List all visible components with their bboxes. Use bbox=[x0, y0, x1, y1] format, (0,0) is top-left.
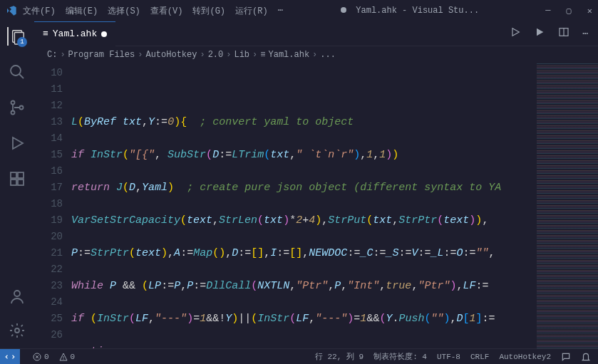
tab-doc-icon: ≡ bbox=[43, 28, 48, 39]
indent-status[interactable]: 制表符长度: 4 bbox=[373, 351, 427, 362]
svg-marker-15 bbox=[537, 28, 543, 36]
close-button[interactable]: ✕ bbox=[587, 6, 592, 16]
eol-status[interactable]: CRLF bbox=[470, 353, 489, 361]
code-editor[interactable]: L(ByRef txt,Y:=0){ ; convert yaml to obj… bbox=[71, 63, 598, 348]
window-title: Yaml.ahk - Visual Stu... bbox=[283, 6, 537, 16]
minimize-button[interactable]: ─ bbox=[545, 6, 550, 16]
account-icon[interactable] bbox=[8, 287, 26, 306]
svg-rect-8 bbox=[11, 172, 16, 178]
minimap[interactable] bbox=[537, 63, 598, 348]
explorer-icon[interactable]: 1 bbox=[7, 27, 26, 46]
svg-marker-7 bbox=[13, 137, 23, 149]
svg-point-13 bbox=[15, 328, 19, 333]
run-fill-icon[interactable] bbox=[534, 26, 545, 41]
menu-more[interactable]: ⋯ bbox=[278, 5, 283, 17]
editor-tabs: ≡ Yaml.ahk ⋯ bbox=[34, 21, 598, 46]
menu-run[interactable]: 运行(R) bbox=[235, 5, 268, 17]
extensions-icon[interactable] bbox=[8, 170, 26, 188]
remote-indicator-icon[interactable] bbox=[0, 349, 20, 365]
titlebar: 文件(F) 编辑(E) 选择(S) 查看(V) 转到(G) 运行(R) ⋯ Ya… bbox=[0, 0, 598, 21]
tab-dirty-icon bbox=[101, 31, 107, 37]
menu-go[interactable]: 转到(G) bbox=[192, 5, 225, 17]
feedback-icon[interactable] bbox=[561, 352, 571, 362]
svg-rect-10 bbox=[11, 180, 16, 185]
maximize-button[interactable]: ▢ bbox=[567, 6, 572, 16]
language-status[interactable]: AutoHotkey2 bbox=[499, 353, 551, 361]
statusbar: 0 0 行 22, 列 9 制表符长度: 4 UTF-8 CRLF AutoHo… bbox=[0, 348, 598, 364]
menu-file[interactable]: 文件(F) bbox=[23, 5, 56, 17]
svg-rect-9 bbox=[18, 172, 24, 178]
problems-warnings[interactable]: 0 bbox=[59, 353, 76, 361]
svg-line-3 bbox=[19, 74, 24, 78]
dirty-indicator-icon bbox=[341, 7, 346, 13]
svg-marker-14 bbox=[512, 28, 519, 36]
run-debug-icon[interactable] bbox=[8, 134, 26, 152]
menu-view[interactable]: 查看(V) bbox=[150, 5, 183, 17]
svg-point-22 bbox=[63, 358, 63, 359]
explorer-badge: 1 bbox=[17, 37, 27, 47]
tab-yaml-ahk[interactable]: ≡ Yaml.ahk bbox=[34, 21, 115, 46]
run-outline-icon[interactable] bbox=[510, 26, 521, 41]
problems-errors[interactable]: 0 bbox=[33, 353, 49, 361]
source-control-icon[interactable] bbox=[8, 98, 26, 117]
line-gutter: 1011121314151617181920212223242526 bbox=[34, 63, 71, 348]
breadcrumb[interactable]: C:› Program Files› AutoHotkey› 2.0› Lib›… bbox=[34, 46, 598, 63]
notifications-bell-icon[interactable] bbox=[581, 352, 591, 362]
encoding-status[interactable]: UTF-8 bbox=[437, 353, 460, 361]
svg-point-4 bbox=[11, 101, 15, 105]
more-actions-icon[interactable]: ⋯ bbox=[582, 28, 588, 39]
activity-bar: 1 bbox=[0, 21, 34, 348]
svg-rect-11 bbox=[18, 180, 24, 185]
settings-gear-icon[interactable] bbox=[8, 321, 26, 340]
split-editor-icon[interactable] bbox=[558, 26, 569, 41]
tab-label: Yaml.ahk bbox=[53, 28, 97, 39]
menubar: 文件(F) 编辑(E) 选择(S) 查看(V) 转到(G) 运行(R) ⋯ bbox=[23, 5, 283, 17]
search-icon[interactable] bbox=[8, 63, 26, 81]
cursor-position[interactable]: 行 22, 列 9 bbox=[315, 351, 364, 362]
svg-point-2 bbox=[11, 66, 21, 76]
menu-edit[interactable]: 编辑(E) bbox=[66, 5, 98, 17]
svg-point-5 bbox=[11, 111, 15, 115]
svg-point-6 bbox=[20, 106, 24, 110]
menu-selection[interactable]: 选择(S) bbox=[108, 5, 140, 17]
svg-point-12 bbox=[14, 291, 20, 296]
vscode-logo-icon bbox=[6, 5, 17, 16]
